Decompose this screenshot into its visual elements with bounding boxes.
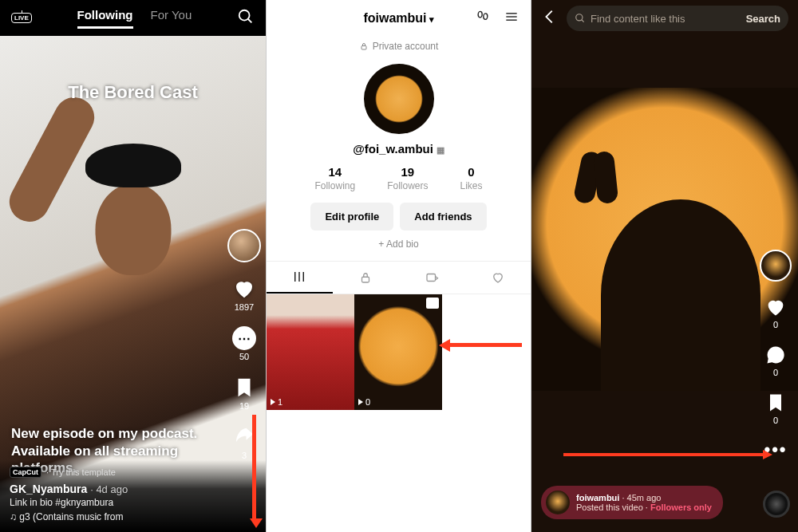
stat-likes[interactable]: 0 Likes	[460, 165, 483, 191]
svg-line-1	[248, 18, 252, 22]
search-icon[interactable]	[237, 8, 255, 29]
back-icon[interactable]	[541, 8, 559, 29]
video-detail-screen: Find content like this Search 0 0 0 ••• …	[531, 0, 798, 532]
tab-repost[interactable]	[399, 262, 465, 294]
template-label: · Try this template	[46, 467, 116, 477]
search-button[interactable]: Search	[746, 13, 780, 25]
video-thumb-2[interactable]: 0	[354, 294, 442, 410]
capcut-badge: CapCut	[10, 467, 41, 478]
likes-count: 0	[460, 165, 483, 179]
noti-line: Posted this video ·	[576, 502, 650, 512]
tab-liked[interactable]	[464, 262, 531, 294]
detail-comment-count: 0	[773, 368, 778, 377]
profile-screen: foiwambui▾ Private account @foi_w.ambui▦…	[266, 0, 531, 532]
private-account-chip: Private account	[267, 37, 531, 56]
likes-label: Likes	[460, 180, 483, 191]
music-row[interactable]: ♫ g3 (Contains music from	[10, 511, 256, 522]
video-description[interactable]: Link in bio #gknyambura	[10, 497, 256, 508]
sound-disc[interactable]	[763, 491, 790, 518]
detail-topbar: Find content like this Search	[531, 0, 798, 37]
profile-topbar: foiwambui▾	[267, 0, 531, 37]
search-input[interactable]: Find content like this Search	[567, 6, 788, 31]
svg-line-12	[582, 20, 584, 22]
image-badge-icon	[426, 298, 439, 309]
feed-video[interactable]: The Bored Cast New episode on my podcast…	[0, 36, 266, 532]
stat-followers[interactable]: 19 Followers	[387, 165, 428, 191]
add-bio-button[interactable]: + Add bio	[267, 238, 531, 250]
qr-icon[interactable]: ▦	[437, 145, 444, 155]
following-label: Following	[314, 180, 355, 191]
add-friends-button[interactable]: Add friends	[400, 203, 486, 231]
video-grid: 1 0	[267, 294, 531, 410]
noti-text: foiwambui · 45m ago Posted this video · …	[576, 493, 712, 512]
save-count: 19	[239, 401, 249, 411]
chevron-down-icon: ▾	[429, 14, 434, 24]
detail-comment-button[interactable]: 0	[764, 344, 787, 377]
silhouette-body	[601, 199, 760, 391]
like-button[interactable]: 1897	[232, 277, 256, 312]
profile-username-text: foiwambui	[363, 11, 426, 25]
live-icon[interactable]: LIVE	[11, 13, 32, 23]
annotation-arrow-right	[563, 453, 763, 456]
noti-followers-only: Followers only	[650, 502, 712, 512]
video-title-overlay: The Bored Cast	[0, 82, 266, 103]
template-row[interactable]: CapCut · Try this template	[10, 467, 256, 478]
annotation-arrow-left	[450, 343, 522, 347]
comment-button[interactable]: ⋯ 50	[232, 326, 256, 361]
noti-ago: · 45m ago	[622, 493, 661, 502]
detail-action-rail: 0 0 0 •••	[760, 250, 792, 460]
video-thumb-2-views: 0	[358, 397, 370, 407]
feed-topbar: LIVE Following For You	[0, 0, 266, 36]
comment-count: 50	[239, 352, 249, 361]
footprint-icon[interactable]	[475, 9, 491, 28]
detail-like-button[interactable]: 0	[764, 296, 787, 329]
private-label: Private account	[373, 41, 439, 52]
svg-rect-9	[362, 277, 369, 282]
annotation-arrow-down	[252, 415, 256, 518]
tab-following[interactable]: Following	[77, 8, 133, 29]
silhouette-finger-2	[593, 151, 619, 204]
noti-avatar	[546, 491, 570, 514]
like-count: 1897	[235, 302, 254, 312]
noti-user: foiwambui	[576, 493, 619, 502]
post-age: · 4d ago	[90, 483, 128, 495]
svg-rect-10	[427, 274, 436, 282]
posted-notification[interactable]: foiwambui · 45m ago Posted this video · …	[541, 486, 723, 519]
profile-stats: 14 Following 19 Followers 0 Likes	[267, 165, 531, 191]
profile-handle-text: @foi_w.ambui	[353, 142, 433, 156]
author-avatar[interactable]	[227, 229, 261, 262]
feed-screen: LIVE Following For You The Bored Cast Ne…	[0, 0, 266, 532]
author-row[interactable]: GK_Nyambura · 4d ago	[10, 483, 256, 495]
detail-video[interactable]	[531, 88, 798, 391]
menu-icon[interactable]	[504, 9, 519, 28]
followers-label: Followers	[387, 180, 428, 191]
video-meta: CapCut · Try this template GK_Nyambura ·…	[0, 460, 266, 532]
followers-count: 19	[387, 165, 428, 179]
profile-content-tabs	[267, 261, 531, 294]
tab-foryou[interactable]: For You	[151, 8, 192, 29]
profile-username[interactable]: foiwambui▾	[363, 11, 433, 26]
photo-beret	[85, 144, 181, 187]
detail-like-count: 0	[773, 320, 778, 329]
svg-point-11	[576, 14, 583, 21]
video-thumb-1[interactable]: 1	[267, 294, 354, 410]
profile-handle[interactable]: @foi_w.ambui▦	[267, 142, 531, 156]
detail-save-count: 0	[773, 416, 778, 425]
share-count: 3	[242, 451, 247, 460]
edit-profile-button[interactable]: Edit profile	[310, 203, 393, 231]
profile-button-row: Edit profile Add friends	[267, 203, 531, 231]
following-count: 14	[314, 165, 355, 179]
tab-private[interactable]	[333, 262, 399, 294]
detail-author-avatar[interactable]	[760, 250, 792, 282]
search-placeholder: Find content like this	[591, 13, 685, 25]
video-thumb-1-views: 1	[271, 397, 282, 407]
save-button[interactable]: 19	[232, 376, 256, 411]
photo-face	[95, 183, 171, 275]
profile-avatar[interactable]	[364, 64, 434, 134]
feed-tabs: Following For You	[77, 8, 192, 29]
tab-grid[interactable]	[267, 262, 333, 294]
stat-following[interactable]: 14 Following	[314, 165, 355, 191]
detail-save-button[interactable]: 0	[764, 392, 787, 425]
svg-rect-5	[361, 46, 366, 50]
author-name: GK_Nyambura	[10, 483, 87, 495]
